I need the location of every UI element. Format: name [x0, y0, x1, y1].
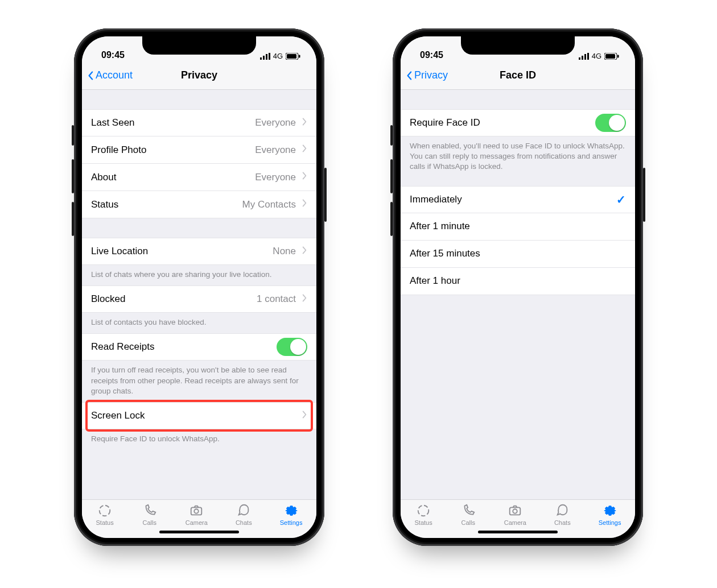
svg-rect-16: [617, 55, 619, 57]
chat-icon: [554, 503, 570, 518]
tab-camera[interactable]: Camera: [504, 503, 526, 526]
row-value: My Contacts: [242, 199, 296, 210]
tab-status[interactable]: Status: [96, 503, 114, 526]
tab-label: Camera: [504, 519, 526, 526]
nav-bar: Privacy Face ID: [401, 61, 635, 90]
row-about[interactable]: About Everyone: [82, 164, 316, 191]
chevron-left-icon: [406, 71, 412, 80]
chevron-right-icon: [302, 410, 307, 422]
signal-icon: [579, 53, 589, 60]
row-label: Profile Photo: [91, 144, 146, 156]
tab-label: Chats: [554, 519, 571, 526]
battery-icon: [286, 53, 300, 60]
require-face-id-toggle[interactable]: [595, 114, 626, 132]
battery-icon: [604, 53, 619, 60]
option-immediately[interactable]: Immediately ✓: [401, 186, 635, 213]
home-indicator[interactable]: [478, 531, 558, 533]
chevron-right-icon: [302, 117, 307, 129]
svg-rect-2: [266, 54, 267, 60]
chevron-right-icon: [302, 171, 307, 183]
svg-rect-1: [263, 56, 265, 60]
svg-point-17: [418, 506, 429, 516]
read-receipts-toggle[interactable]: [277, 338, 307, 356]
tab-camera[interactable]: Camera: [186, 503, 208, 526]
tab-calls[interactable]: Calls: [142, 503, 158, 526]
tab-settings[interactable]: Settings: [599, 503, 621, 526]
back-button[interactable]: Account: [88, 61, 133, 89]
check-icon: ✓: [616, 193, 626, 206]
status-icon: [415, 503, 431, 518]
row-read-receipts[interactable]: Read Receipts: [82, 333, 316, 361]
network-label: 4G: [273, 52, 283, 60]
tab-settings[interactable]: Settings: [280, 503, 303, 526]
option-after-1-hour[interactable]: After 1 hour: [401, 268, 635, 295]
tab-label: Status: [415, 519, 432, 526]
device-notch: [142, 36, 256, 55]
home-indicator[interactable]: [159, 531, 239, 533]
phone-icon: [142, 503, 158, 518]
content-scroll[interactable]: Last Seen Everyone Profile Photo Everyon…: [82, 90, 316, 499]
option-after-1-minute[interactable]: After 1 minute: [401, 213, 635, 241]
svg-rect-13: [587, 53, 589, 60]
phone-icon: [460, 503, 476, 518]
status-icon: [97, 503, 113, 518]
tab-chats[interactable]: Chats: [236, 503, 252, 526]
row-value: 1 contact: [257, 293, 296, 305]
option-after-15-minutes[interactable]: After 15 minutes: [401, 241, 635, 268]
phone-mockup-right: 09:45 4G Privacy Face ID Require Face: [393, 28, 643, 546]
back-label: Privacy: [414, 69, 448, 81]
tab-status[interactable]: Status: [415, 503, 432, 526]
tab-chats[interactable]: Chats: [554, 503, 571, 526]
tab-calls[interactable]: Calls: [460, 503, 476, 526]
chevron-right-icon: [302, 198, 307, 210]
svg-point-7: [100, 506, 110, 516]
row-blocked[interactable]: Blocked 1 contact: [82, 285, 316, 313]
row-profile-photo[interactable]: Profile Photo Everyone: [82, 136, 316, 164]
row-live-location[interactable]: Live Location None: [82, 238, 316, 265]
option-label: After 1 minute: [410, 221, 470, 232]
tab-label: Settings: [599, 519, 621, 526]
row-value: Everyone: [255, 144, 296, 156]
back-button[interactable]: Privacy: [406, 61, 448, 89]
tab-label: Camera: [186, 519, 208, 526]
screen-lock-note: Require Face ID to unlock WhatsApp.: [82, 429, 316, 450]
face-id-note: When enabled, you'll need to use Face ID…: [401, 136, 635, 178]
row-require-face-id[interactable]: Require Face ID: [401, 109, 635, 136]
svg-rect-6: [299, 55, 300, 57]
status-time: 09:45: [101, 50, 125, 60]
row-label: Last Seen: [91, 117, 135, 129]
gear-icon: [602, 503, 618, 518]
option-label: After 1 hour: [410, 275, 460, 287]
row-label: Require Face ID: [410, 117, 480, 129]
option-label: Immediately: [410, 194, 462, 205]
row-screen-lock[interactable]: Screen Lock: [82, 402, 316, 429]
svg-rect-0: [260, 57, 262, 60]
svg-rect-5: [287, 54, 296, 59]
tab-label: Calls: [143, 519, 156, 526]
row-value: Everyone: [255, 117, 296, 129]
row-last-seen[interactable]: Last Seen Everyone: [82, 109, 316, 136]
row-label: Status: [91, 199, 118, 210]
row-label: About: [91, 172, 116, 183]
live-location-note: List of chats where you are sharing your…: [82, 265, 316, 285]
page-title: Face ID: [500, 69, 536, 81]
blocked-note: List of contacts you have blocked.: [82, 313, 316, 333]
chevron-left-icon: [88, 71, 93, 80]
network-label: 4G: [592, 52, 601, 60]
gear-icon: [283, 503, 299, 518]
status-time: 09:45: [420, 50, 443, 60]
content-scroll[interactable]: Require Face ID When enabled, you'll nee…: [401, 90, 635, 499]
phone-mockup-left: 09:45 4G Account Privacy Last Seen: [74, 28, 324, 546]
camera-icon: [188, 503, 204, 518]
page-title: Privacy: [181, 69, 217, 81]
row-label: Screen Lock: [91, 410, 145, 421]
chevron-right-icon: [302, 246, 307, 258]
svg-rect-3: [269, 53, 270, 60]
row-value: Everyone: [255, 172, 296, 183]
svg-rect-12: [584, 54, 586, 60]
row-label: Blocked: [91, 293, 125, 305]
row-status[interactable]: Status My Contacts: [82, 191, 316, 218]
svg-rect-11: [582, 56, 583, 60]
camera-icon: [507, 503, 523, 518]
svg-rect-15: [605, 54, 615, 59]
